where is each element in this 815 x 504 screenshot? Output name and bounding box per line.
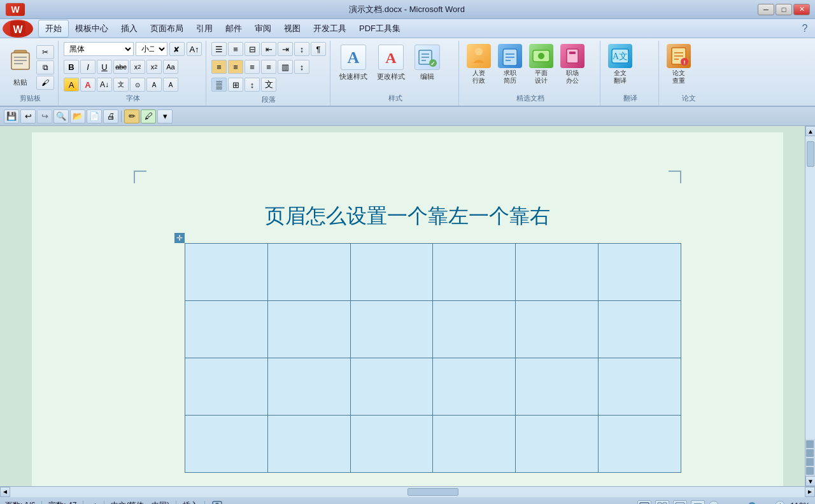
- quick-style-button[interactable]: A 快速样式: [336, 42, 371, 84]
- grow-font-button[interactable]: A↑: [187, 42, 202, 56]
- table-cell[interactable]: [267, 416, 350, 473]
- paper-check-button[interactable]: ! 论文查重: [664, 42, 693, 87]
- column-button[interactable]: ▥: [278, 60, 293, 74]
- table-cell[interactable]: [267, 301, 350, 358]
- maximize-button[interactable]: □: [776, 4, 792, 15]
- scroll-down-button[interactable]: ▼: [805, 476, 815, 486]
- table-cell[interactable]: [185, 416, 268, 473]
- table-cell[interactable]: [267, 244, 350, 301]
- scroll-up-button[interactable]: ▲: [805, 126, 815, 136]
- table-cell[interactable]: [350, 416, 433, 473]
- table-cell[interactable]: [185, 244, 268, 301]
- change-style-button[interactable]: A 更改样式: [373, 42, 409, 84]
- menu-references[interactable]: 引用: [190, 20, 219, 37]
- align-left-button[interactable]: ≡: [211, 60, 227, 74]
- zoom-thumb[interactable]: [748, 502, 756, 505]
- menu-mailings[interactable]: 邮件: [219, 20, 248, 37]
- help-button[interactable]: ?: [797, 21, 812, 36]
- insert-mode-indicator[interactable]: 插入: [183, 500, 198, 504]
- strikethrough-button[interactable]: abc: [113, 60, 129, 74]
- table-cell[interactable]: [185, 301, 268, 358]
- highlight-button[interactable]: A: [64, 78, 79, 92]
- search-button[interactable]: 🔍: [53, 109, 69, 123]
- table-cell[interactable]: [350, 301, 433, 358]
- menu-home[interactable]: 开始: [38, 20, 69, 38]
- scroll-right-button[interactable]: ►: [805, 487, 815, 497]
- decrease-indent-button[interactable]: ⇤: [261, 42, 276, 56]
- view-control-1[interactable]: [806, 440, 814, 448]
- change-case-button[interactable]: Aa: [163, 60, 178, 74]
- justify-button[interactable]: ≡: [261, 60, 276, 74]
- outline-button[interactable]: ⊟: [244, 42, 260, 56]
- menu-review[interactable]: 审阅: [248, 20, 278, 37]
- minimize-button[interactable]: ─: [758, 4, 774, 15]
- show-hide-button[interactable]: ¶: [311, 42, 326, 56]
- renzi-plugin-button[interactable]: 人资行政: [464, 42, 493, 87]
- zoom-out-button[interactable]: −: [709, 501, 719, 505]
- view-control-4[interactable]: [806, 467, 814, 475]
- copy-button[interactable]: ⧉: [36, 60, 54, 74]
- zhichang-plugin-button[interactable]: 职场办公: [558, 42, 587, 87]
- table-cell[interactable]: [516, 416, 599, 473]
- close-button[interactable]: ✕: [793, 4, 810, 15]
- zoom-in-button[interactable]: +: [775, 501, 785, 505]
- font-name-select[interactable]: 黑体: [64, 42, 134, 56]
- view-control-2[interactable]: [806, 449, 814, 457]
- italic-button[interactable]: I: [80, 60, 96, 74]
- shading-button[interactable]: ▒: [211, 78, 227, 92]
- phonetic-button[interactable]: 文: [113, 78, 129, 92]
- table-cell[interactable]: [599, 301, 681, 358]
- table-cell[interactable]: [516, 244, 599, 301]
- paste-button[interactable]: 粘贴: [6, 42, 34, 92]
- table-cell[interactable]: [433, 244, 516, 301]
- char-shade-button[interactable]: A: [146, 78, 162, 92]
- char-border-button[interactable]: A: [163, 78, 178, 92]
- table-cell[interactable]: [267, 358, 350, 416]
- menu-templates[interactable]: 模板中心: [69, 20, 115, 37]
- vertical-scrollbar[interactable]: ▲ ▼: [805, 126, 815, 486]
- table-cell[interactable]: [516, 301, 599, 358]
- save-button[interactable]: 💾: [4, 109, 19, 123]
- borders-button[interactable]: ⊞: [228, 78, 243, 92]
- table-cell[interactable]: [185, 358, 268, 416]
- menu-view[interactable]: 视图: [278, 20, 307, 37]
- cut-button[interactable]: ✂: [36, 45, 54, 59]
- numbering-button[interactable]: ≡: [228, 42, 243, 56]
- scroll-left-button[interactable]: ◄: [0, 487, 10, 497]
- dropdown-button[interactable]: ▾: [157, 109, 173, 123]
- table-cell[interactable]: [516, 358, 599, 416]
- chinese-layout-button[interactable]: 文: [261, 78, 276, 92]
- sort-button[interactable]: ↕: [294, 42, 309, 56]
- table-move-handle[interactable]: ✛: [174, 233, 185, 243]
- redo-button[interactable]: ↪: [37, 109, 52, 123]
- table-cell[interactable]: [599, 358, 681, 416]
- align-center-button[interactable]: ≡: [228, 60, 243, 74]
- font-color-button[interactable]: A: [80, 78, 96, 92]
- table-cell[interactable]: [599, 244, 681, 301]
- qiuzhi-plugin-button[interactable]: 求职简历: [495, 42, 525, 87]
- circle-char-button[interactable]: ⊙: [130, 78, 145, 92]
- table-cell[interactable]: [433, 416, 516, 473]
- office-button[interactable]: W: [3, 20, 33, 38]
- table-cell[interactable]: [599, 416, 681, 473]
- print-button[interactable]: 🖨: [103, 109, 118, 123]
- highlight-draw-button[interactable]: 🖊: [141, 109, 156, 123]
- draw-button[interactable]: ✏: [124, 109, 139, 123]
- line-spacing-button[interactable]: ↕: [294, 60, 309, 74]
- undo-button[interactable]: ↩: [20, 109, 36, 123]
- translation-button[interactable]: A文 全文翻译: [606, 42, 635, 87]
- align-right-button[interactable]: ≡: [244, 60, 260, 74]
- menu-insert[interactable]: 插入: [115, 20, 144, 37]
- bullets-button[interactable]: ☰: [211, 42, 227, 56]
- view-control-3[interactable]: [806, 458, 814, 466]
- subscript-button[interactable]: x2: [130, 60, 145, 74]
- underline-button[interactable]: U: [97, 60, 112, 74]
- clear-format-button[interactable]: ✘: [169, 42, 185, 56]
- outline-view-button[interactable]: [691, 500, 705, 505]
- menu-pdf[interactable]: PDF工具集: [353, 20, 407, 37]
- font-size-minus-button[interactable]: A↓: [97, 78, 112, 92]
- full-reading-button[interactable]: [655, 500, 669, 505]
- document-table[interactable]: [185, 243, 681, 473]
- editor-button[interactable]: ✓ 编辑: [411, 42, 444, 84]
- open-button[interactable]: 📂: [70, 109, 85, 123]
